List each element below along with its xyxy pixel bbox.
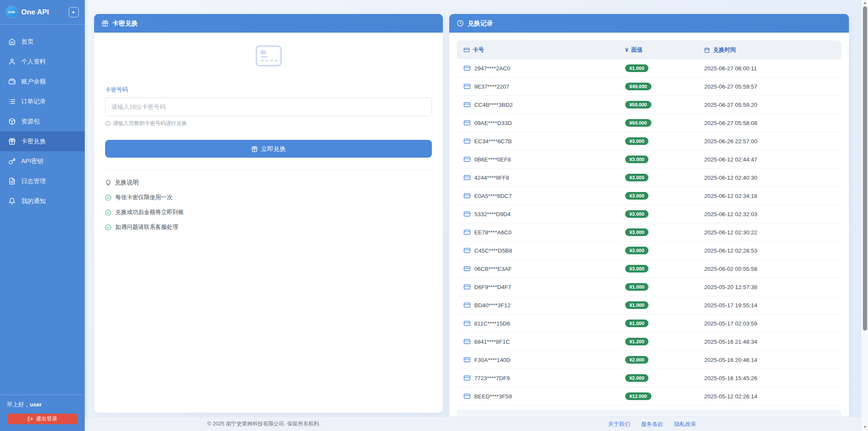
- card-number: 09AE****D33D: [474, 120, 512, 126]
- card-icon: [464, 356, 470, 363]
- input-hint: 请输入完整的卡密号码进行兑换: [105, 120, 432, 127]
- user-icon: [8, 58, 16, 65]
- sidebar-item-label: 资源包: [21, 117, 40, 125]
- table-row: F30A****140D ¥2.000 2025-05-16 20:46:14: [457, 351, 841, 369]
- scroll-up-arrow-icon[interactable]: ▲: [862, 0, 868, 6]
- value-badge: ¥1.000: [625, 283, 648, 291]
- card-number: 5332****D9D4: [474, 211, 511, 217]
- redeem-time: 2025-06-27 05:59:57: [699, 83, 841, 90]
- redeem-panel: 卡密兑换 卡密号码 请输入完整的卡密号码进行兑换: [94, 14, 443, 413]
- redeem-time: 2025-05-12 02:26:14: [699, 393, 841, 400]
- sidebar-item[interactable]: 我的通知: [0, 191, 85, 211]
- user-greeting: 早上好，user: [0, 395, 85, 413]
- card-icon: [464, 174, 470, 181]
- sidebar-item[interactable]: 卡密兑换: [0, 131, 85, 151]
- redeem-time: 2025-06-12 02:30:22: [699, 229, 841, 236]
- redeem-time: 2025-06-27 05:59:20: [699, 102, 841, 108]
- note-item: 如遇问题请联系客服处理: [105, 223, 432, 231]
- sidebar-item-label: API密钥: [21, 157, 43, 165]
- redeem-time: 2025-06-12 02:40:30: [699, 175, 841, 181]
- card-number: 7723****7DF9: [474, 375, 510, 381]
- card-icon: [464, 338, 470, 345]
- sidebar-collapse-button[interactable]: [69, 7, 79, 17]
- value-badge: ¥1.000: [625, 301, 648, 309]
- key-icon: [8, 158, 16, 165]
- sidebar-item[interactable]: 日志管理: [0, 171, 85, 191]
- redeem-time: 2025-06-26 22:57:00: [699, 138, 841, 145]
- logout-button[interactable]: 退出登录: [8, 414, 77, 424]
- card-icon: [464, 65, 470, 72]
- records-panel: 兑换记录 卡号 ¥ 面值 兑换时间: [449, 14, 849, 423]
- card-icon: [464, 247, 470, 254]
- code-field-label: 卡密号码: [105, 86, 432, 94]
- card-number: BEED****3F59: [474, 393, 512, 400]
- card-number: CC4B****3BD2: [474, 102, 513, 108]
- card-number: EE78****A6C0: [474, 229, 512, 236]
- footer-links: 关于我们 服务条款 隐私政策: [443, 420, 861, 428]
- footer-link[interactable]: 关于我们: [608, 420, 630, 428]
- sidebar-item[interactable]: 资源包: [0, 111, 85, 131]
- vertical-scrollbar[interactable]: ▲ ▼: [861, 0, 868, 431]
- value-badge: ¥3.000: [625, 137, 648, 145]
- clock-icon: [457, 20, 464, 27]
- sidebar-item[interactable]: API密钥: [0, 151, 85, 171]
- arrow-left-icon: [71, 9, 77, 15]
- card-icon: [464, 211, 470, 217]
- value-badge: ¥50.000: [625, 119, 651, 127]
- redeem-time: 2025-05-20 12:57:38: [699, 284, 841, 290]
- table-row: 6841****8F1C ¥1.200 2025-05-16 21:48:34: [457, 333, 841, 351]
- sidebar-item[interactable]: 账户余额: [0, 72, 85, 92]
- table-row: EC34****6C7B ¥3.000 2025-06-26 22:57:00: [457, 132, 841, 150]
- sidebar-item[interactable]: 首页: [0, 32, 85, 52]
- redeem-submit-button[interactable]: 立即兑换: [105, 140, 432, 158]
- value-badge: ¥49.000: [625, 83, 651, 90]
- value-badge: ¥3.000: [625, 174, 648, 181]
- redeem-panel-title: 卡密兑换: [112, 19, 138, 28]
- records-panel-header: 兑换记录: [449, 14, 849, 33]
- sidebar: ONE One API 首页 个人资料 账户余额 订单记录: [0, 0, 85, 431]
- table-row: 2947****2AC0 ¥1.000 2025-06-27 06:00:11: [457, 59, 841, 78]
- column-header-time: 兑换时间: [699, 46, 841, 54]
- table-body: 2947****2AC0 ¥1.000 2025-06-27 06:00:11 …: [457, 59, 841, 406]
- home-icon: [8, 38, 16, 45]
- footer-link[interactable]: 服务条款: [641, 420, 663, 428]
- value-badge: ¥3.000: [625, 247, 648, 254]
- records-table: 卡号 ¥ 面值 兑换时间 2947****2AC0: [449, 33, 849, 423]
- scroll-down-arrow-icon[interactable]: ▼: [862, 424, 868, 430]
- table-row: E0A5****8DC7 ¥3.000 2025-06-12 02:34:18: [457, 187, 841, 205]
- footer-link[interactable]: 隐私政策: [674, 420, 696, 428]
- sidebar-item[interactable]: 订单记录: [0, 92, 85, 111]
- value-badge: ¥3.000: [625, 156, 648, 163]
- divider: [105, 170, 432, 170]
- credit-card-icon: [464, 47, 470, 53]
- lightbulb-icon: [105, 180, 111, 186]
- card-number: 6841****8F1C: [474, 339, 510, 345]
- value-badge: ¥12.000: [625, 392, 651, 400]
- sidebar-item[interactable]: 个人资料: [0, 52, 85, 72]
- code-input[interactable]: [105, 97, 432, 116]
- redeem-time: 2025-06-12 02:44:47: [699, 156, 841, 163]
- logout-icon: [28, 416, 33, 422]
- table-header: 卡号 ¥ 面值 兑换时间: [457, 40, 841, 59]
- redeem-time: 2025-05-16 20:46:14: [699, 357, 841, 363]
- gift-icon: [102, 20, 108, 27]
- sidebar-item-label: 首页: [21, 38, 33, 46]
- scrollbar-thumb[interactable]: [863, 6, 867, 331]
- card-icon: [464, 320, 470, 327]
- redeem-time: 2025-06-12 02:34:18: [699, 193, 841, 199]
- sidebar-item-label: 个人资料: [21, 58, 46, 66]
- card-number: 4244****9FF8: [474, 175, 509, 181]
- card-icon: [464, 393, 470, 400]
- table-row: 06CB****E3AF ¥3.000 2025-06-02 00:55:58: [457, 260, 841, 278]
- gift-icon: [251, 146, 258, 152]
- card-number: E0A5****8DC7: [474, 193, 512, 199]
- redeem-time: 2025-06-02 00:55:58: [699, 266, 841, 272]
- card-icon: [464, 101, 470, 108]
- redeem-time: 2025-06-12 02:28:53: [699, 247, 841, 254]
- value-badge: ¥3.000: [625, 192, 648, 200]
- column-header-value: ¥ 面值: [618, 46, 699, 54]
- card-number: 0B6E****0EF8: [474, 156, 511, 163]
- table-row: EE78****A6C0 ¥3.000 2025-06-12 02:30:22: [457, 223, 841, 242]
- logo-bar: ONE One API: [0, 0, 85, 24]
- copyright: © 2025 南宁史莱姆科技有限公司. 保留所有权利.: [85, 420, 443, 428]
